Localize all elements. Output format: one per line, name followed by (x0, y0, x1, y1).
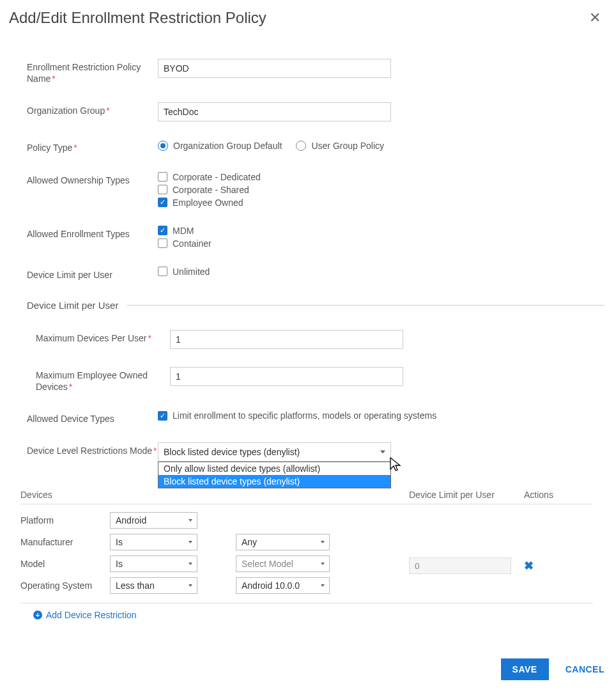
max-employee-devices-input[interactable] (170, 367, 403, 386)
manufacturer-value-select[interactable]: Any (236, 534, 330, 550)
table-header: Devices Device Limit per User Actions (20, 486, 593, 504)
checkbox-corp-dedicated[interactable]: Corporate - Dedicated (158, 172, 261, 182)
select-value: Block listed device types (denylist) (164, 447, 300, 457)
option-denylist[interactable]: Block listed device types (denylist) (158, 475, 390, 488)
row-platform: Platform Android (20, 512, 409, 529)
label-text: Device Level Restrictions Mode (27, 446, 152, 456)
checkbox-mdm[interactable]: ✓ MDM (158, 226, 212, 236)
checkbox-limit-enrollment[interactable]: ✓ Limit enrollment to specific platforms… (158, 410, 436, 421)
platform-select[interactable]: Android (110, 512, 197, 529)
add-link-label: Add Device Restriction (46, 610, 137, 620)
col-header-actions: Actions (524, 490, 593, 500)
table-row: Platform Android Manufacturer Is Any Mod… (20, 504, 593, 603)
checkbox-label: Employee Owned (173, 198, 243, 208)
policy-name-input[interactable] (158, 59, 391, 78)
label-device-limit: Device Limit per User (27, 267, 158, 281)
label-text: Enrollment Restriction Policy Name (27, 62, 141, 84)
checkbox-icon (158, 172, 167, 182)
checkbox-container[interactable]: Container (158, 238, 212, 249)
required-marker: * (69, 382, 72, 392)
devices-table: Devices Device Limit per User Actions Pl… (20, 486, 593, 620)
allowed-device-types-section: Allowed Device Types ✓ Limit enrollment … (9, 410, 604, 462)
checkbox-icon: ✓ (158, 411, 167, 421)
dialog-header: Add/Edit Enrollment Restriction Policy ✕ (9, 9, 604, 27)
org-group-input[interactable] (158, 102, 391, 121)
checkbox-icon (158, 185, 167, 194)
checkbox-employee-owned[interactable]: ✓ Employee Owned (158, 198, 261, 208)
device-actions-cell: ✖ (518, 512, 593, 594)
manufacturer-label: Manufacturer (20, 537, 104, 547)
label-text: Policy Type (27, 143, 72, 153)
row-manufacturer: Manufacturer Is Any (20, 534, 409, 550)
checkbox-label: Corporate - Dedicated (173, 172, 261, 182)
row-max-employee-devices: Maximum Employee Owned Devices* (36, 367, 604, 393)
label-max-devices: Maximum Devices Per User* (36, 330, 170, 344)
label-org-group: Organization Group* (27, 102, 158, 116)
ownership-checkboxes: Corporate - Dedicated Corporate - Shared… (158, 172, 261, 208)
required-marker: * (73, 143, 77, 153)
row-device-limit-unlimited: Device Limit per User Unlimited (27, 267, 604, 281)
radio-label: Organization Group Default (173, 141, 282, 151)
max-devices-input[interactable] (170, 330, 403, 349)
row-allowed-enrollment: Allowed Enrollment Types ✓ MDM Container (27, 226, 604, 249)
label-text: Organization Group (27, 105, 105, 116)
model-op-select[interactable]: Is (110, 556, 197, 572)
close-icon[interactable]: ✕ (585, 10, 604, 26)
form-body: Enrollment Restriction Policy Name* Orga… (9, 59, 604, 281)
os-value-select[interactable]: Android 10.0.0 (236, 577, 330, 594)
os-op-select[interactable]: Less than (110, 577, 197, 594)
divider-line (127, 305, 604, 306)
save-button[interactable]: SAVE (501, 658, 549, 680)
checkbox-icon: ✓ (158, 226, 167, 235)
add-device-restriction-link[interactable]: + Add Device Restriction (20, 603, 137, 620)
row-allowed-device-types: Allowed Device Types ✓ Limit enrollment … (27, 410, 604, 424)
checkbox-label: MDM (173, 226, 194, 236)
dialog-title: Add/Edit Enrollment Restriction Policy (9, 9, 266, 27)
label-allowed-device-types: Allowed Device Types (27, 410, 158, 424)
row-os: Operating System Less than Android 10.0.… (20, 577, 409, 594)
checkbox-label: Unlimited (173, 267, 210, 277)
label-text: Maximum Employee Owned Devices (36, 370, 148, 392)
restrictions-mode-dropdown: Only allow listed device types (allowlis… (158, 462, 391, 488)
model-value-select[interactable]: Select Model (236, 556, 330, 572)
required-marker: * (148, 333, 151, 343)
platform-label: Platform (20, 515, 104, 525)
dialog-footer: SAVE CANCEL (9, 658, 604, 680)
delete-icon[interactable]: ✖ (524, 559, 534, 573)
row-org-group: Organization Group* (27, 102, 604, 121)
manufacturer-op-select[interactable]: Is (110, 534, 197, 550)
radio-user-group[interactable]: User Group Policy (296, 141, 384, 151)
label-policy-type: Policy Type* (27, 139, 158, 153)
enrollment-checkboxes: ✓ MDM Container (158, 226, 212, 249)
label-allowed-enrollment: Allowed Enrollment Types (27, 226, 158, 240)
required-marker: * (106, 105, 109, 116)
device-criteria: Platform Android Manufacturer Is Any Mod… (20, 512, 409, 594)
checkbox-icon: ✓ (158, 198, 167, 207)
checkbox-corp-shared[interactable]: Corporate - Shared (158, 185, 261, 195)
restrictions-mode-select-wrap: Block listed device types (denylist) Onl… (158, 442, 391, 462)
radio-icon (296, 141, 306, 151)
row-restrictions-mode: Device Level Restrictions Mode* Block li… (27, 442, 604, 462)
model-label: Model (20, 559, 104, 569)
radio-icon (158, 141, 168, 151)
option-allowlist[interactable]: Only allow listed device types (allowlis… (158, 462, 390, 475)
radio-org-default[interactable]: Organization Group Default (158, 141, 282, 151)
cancel-button[interactable]: CANCEL (566, 664, 604, 674)
checkbox-label: Corporate - Shared (173, 185, 249, 195)
col-header-limit: Device Limit per User (409, 490, 524, 500)
checkbox-icon (158, 267, 167, 276)
policy-type-radio-group: Organization Group Default User Group Po… (158, 139, 384, 151)
col-header-devices: Devices (20, 490, 409, 500)
required-marker: * (153, 446, 157, 456)
checkbox-label: Container (173, 238, 212, 249)
row-max-devices: Maximum Devices Per User* (36, 330, 604, 349)
checkbox-unlimited[interactable]: Unlimited (158, 267, 210, 277)
device-limit-input[interactable] (409, 557, 511, 574)
row-policy-name: Enrollment Restriction Policy Name* (27, 59, 604, 84)
checkbox-label: Limit enrollment to specific platforms, … (173, 410, 436, 421)
device-limit-subsection: Maximum Devices Per User* Maximum Employ… (9, 330, 604, 393)
required-marker: * (52, 74, 55, 84)
enrollment-policy-dialog: Add/Edit Enrollment Restriction Policy ✕… (0, 0, 616, 699)
restrictions-mode-select[interactable]: Block listed device types (denylist) (158, 442, 391, 462)
section-title: Device Limit per User (27, 300, 127, 311)
